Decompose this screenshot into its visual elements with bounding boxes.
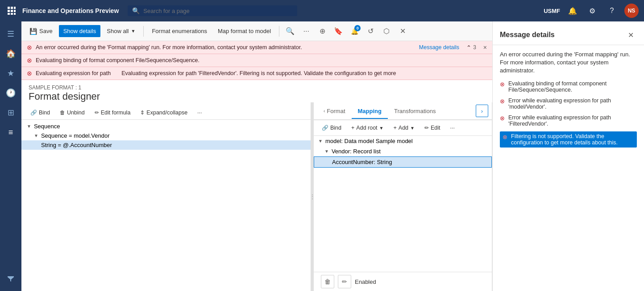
toolbar: 💾 Save Show details Show all ▼ Format en… [21, 21, 492, 41]
side-panel-close-button[interactable]: ✕ [624, 29, 637, 41]
environment-label: USMF [544, 8, 560, 14]
error-nav-up[interactable]: ⌃ [466, 44, 471, 51]
tree-arrow-1: ▼ [27, 124, 31, 129]
error-close-icon[interactable]: × [483, 44, 487, 51]
edit-footer-button[interactable]: ✏ [338, 275, 351, 288]
mapping-tree: ▼ model: Data model Sample model ▼ Vendo… [314, 136, 492, 168]
message-details-link[interactable]: Message details [419, 44, 459, 51]
error-banner-3: ⊗ Evaluating expression for path Evaluat… [21, 67, 492, 80]
search-input[interactable] [143, 8, 293, 14]
mapping-bind-button[interactable]: 🔗 Bind [318, 123, 345, 133]
side-error-icon-3: ⊗ [500, 115, 505, 122]
badge-icon[interactable]: 🔔 0 [347, 24, 361, 38]
side-panel-summary: An error occurred during the 'Format map… [500, 51, 637, 75]
help-icon[interactable]: ? [605, 4, 619, 18]
error-count: 3 [473, 44, 476, 51]
mapping-tabs: ‹ Format Mapping Transformations › [314, 102, 492, 120]
mapping-item-vendor[interactable]: ▼ Vendor: Record list [314, 146, 492, 156]
map-format-button[interactable]: Map format to model [213, 25, 275, 37]
save-icon: 💾 [29, 28, 37, 35]
side-panel-error-2: ⊗ Error while evaluating expression for … [500, 97, 637, 110]
open-in-new-icon[interactable]: ⬡ [379, 24, 394, 38]
error-icon-1: ⊗ [27, 44, 32, 51]
bookmark-icon[interactable]: 🔖 [331, 24, 345, 38]
svg-rect-7 [11, 13, 13, 15]
mapping-more-button[interactable]: ··· [447, 123, 458, 133]
tab-next-button[interactable]: › [476, 105, 488, 117]
sidebar-filter-icon[interactable] [2, 270, 20, 287]
search-toolbar-icon[interactable]: 🔍 [283, 24, 297, 38]
tab-transformations[interactable]: Transformations [388, 104, 442, 119]
avatar[interactable]: NS [624, 4, 639, 18]
add-root-button[interactable]: + Add root ▼ [348, 123, 387, 133]
page-header: SAMPLE FORMAT : 1 Format designer [21, 80, 492, 102]
sidebar-recent-icon[interactable]: 🕐 [2, 84, 20, 102]
svg-rect-6 [8, 13, 10, 15]
designer-area: 🔗 Bind 🗑 Unbind ✏ Edit formula ⇕ Expand/… [21, 102, 492, 291]
mapping-item-accountnumber[interactable]: AccountNumber: String [314, 156, 492, 168]
tab-format-prev-arrow: ‹ [324, 109, 325, 114]
add-button[interactable]: + Add ▼ [390, 123, 418, 133]
compare-icon[interactable]: ⊕ [315, 24, 329, 38]
format-more-button[interactable]: ··· [194, 108, 205, 118]
tree-arrow-2: ▼ [34, 133, 38, 138]
edit-formula-button[interactable]: ✏ Edit formula [91, 108, 134, 118]
side-error-icon-1: ⊗ [500, 81, 505, 88]
error-banner-main: ⊗ An error occurred during the 'Format m… [21, 41, 492, 54]
sidebar: ☰ 🏠 ★ 🕐 ⊞ ≡ [0, 21, 21, 291]
show-all-chevron-icon: ▼ [131, 29, 136, 34]
app-title: Finance and Operations Preview [22, 7, 119, 14]
more-options-icon[interactable]: ··· [299, 24, 313, 38]
toolbar-separator-1 [143, 26, 144, 37]
sidebar-favorites-icon[interactable]: ★ [2, 64, 20, 82]
sidebar-home-icon[interactable]: 🏠 [2, 45, 20, 63]
mapping-item-model[interactable]: ▼ model: Data model Sample model [314, 136, 492, 146]
side-panel-error-3: ⊗ Error while evaluating expression for … [500, 114, 637, 127]
add-icon: + [394, 125, 397, 131]
side-error-icon-4: ⊗ [503, 134, 507, 140]
mapping-footer: 🗑 ✏ Enabled [314, 272, 492, 291]
side-panel-error-4: ⊗ Filtering is not supported. Validate t… [500, 131, 637, 148]
show-details-button[interactable]: Show details [59, 25, 101, 37]
show-all-button[interactable]: Show all ▼ [102, 25, 140, 37]
error-icon-3: ⊗ [27, 70, 32, 77]
expand-collapse-button[interactable]: ⇕ Expand/collapse [137, 108, 191, 118]
tree-item-string-account[interactable]: String = @.AccountNumber [21, 140, 311, 150]
search-bar[interactable]: 🔍 [128, 5, 297, 16]
sidebar-menu-icon[interactable]: ☰ [2, 25, 20, 43]
expand-icon: ⇕ [140, 110, 145, 116]
format-panel-toolbar: 🔗 Bind 🗑 Unbind ✏ Edit formula ⇕ Expand/… [21, 106, 311, 120]
grid-menu-icon[interactable] [5, 4, 18, 17]
svg-rect-0 [8, 7, 10, 9]
format-enumerations-button[interactable]: Format enumerations [147, 25, 212, 37]
tree-item-sequence-vendor[interactable]: ▼ Sequence = model.Vendor [21, 131, 311, 140]
mapping-panel-toolbar: 🔗 Bind + Add root ▼ + Add ▼ ✏ [314, 120, 492, 136]
delete-button[interactable]: 🗑 [321, 275, 334, 288]
save-button[interactable]: 💾 Save [25, 25, 57, 38]
top-nav: Finance and Operations Preview 🔍 USMF 🔔 … [0, 0, 644, 21]
notification-badge: 0 [354, 25, 361, 31]
sidebar-workspaces-icon[interactable]: ⊞ [2, 104, 20, 122]
format-tree: ▼ Sequence ▼ Sequence = model.Vendor Str… [21, 122, 311, 150]
mapping-edit-button[interactable]: ✏ Edit [421, 123, 444, 133]
content-area: 💾 Save Show details Show all ▼ Format en… [21, 21, 492, 291]
nav-right: USMF 🔔 ⚙ ? NS [544, 4, 639, 18]
bind-button[interactable]: 🔗 Bind [27, 108, 54, 118]
settings-icon[interactable]: ⚙ [585, 4, 599, 18]
svg-rect-4 [11, 10, 13, 12]
side-panel-error-1: ⊗ Evaluating binding of format component… [500, 80, 637, 93]
tab-format[interactable]: ‹ Format [317, 104, 352, 119]
tree-item-sequence[interactable]: ▼ Sequence [21, 122, 311, 131]
unbind-button[interactable]: 🗑 Unbind [56, 108, 88, 118]
refresh-icon[interactable]: ↺ [363, 24, 378, 38]
close-toolbar-icon[interactable]: ✕ [395, 24, 410, 38]
notification-bell-icon[interactable]: 🔔 [565, 4, 580, 18]
sidebar-modules-icon[interactable]: ≡ [2, 123, 20, 141]
page-subtitle: SAMPLE FORMAT : 1 [29, 84, 485, 91]
page-title: Format designer [29, 91, 485, 102]
add-root-chevron-icon: ▼ [379, 126, 384, 131]
svg-rect-2 [14, 7, 16, 9]
tab-mapping[interactable]: Mapping [352, 104, 388, 119]
format-panel: 🔗 Bind 🗑 Unbind ✏ Edit formula ⇕ Expand/… [21, 102, 311, 291]
side-error-icon-2: ⊗ [500, 98, 505, 105]
